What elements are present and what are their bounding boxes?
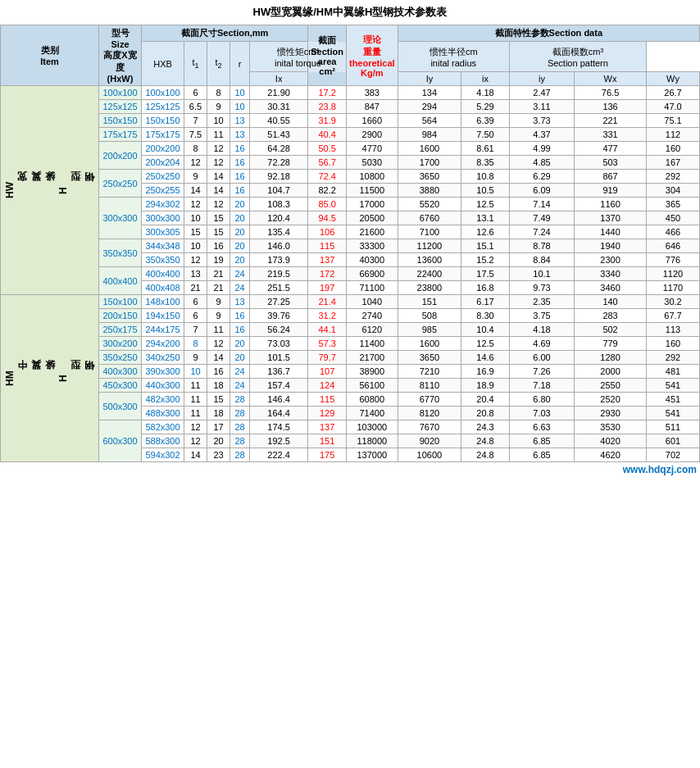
t1-cell: 12 [184,434,207,448]
t1-cell: 14 [184,184,207,198]
iy-cell: 10.1 [509,267,574,281]
area-cell: 157.4 [250,379,308,393]
t2-cell: 20 [207,434,230,448]
r-cell: 16 [230,309,250,323]
t1-cell: 15 [184,225,207,239]
r-cell: 20 [230,239,250,253]
Iy-cell: 508 [398,309,461,323]
Iy-cell: 10600 [398,448,461,462]
Wy-cell: 481 [646,365,699,379]
weight-header: 理论重量theoreticalKg/m [346,25,398,86]
category-cell: HW宽翼缘H型钢 [1,86,99,295]
Wx-cell: 3340 [575,267,647,281]
t1-cell: 12 [184,420,207,434]
size-group-label: 350x250 [99,351,142,365]
Iy-cell: 3880 [398,184,461,198]
Iy-cell: 23800 [398,281,461,295]
weight-cell: 79.7 [308,351,347,365]
hxb-cell: 582x300 [142,420,184,434]
weight-cell: 31.9 [308,114,347,128]
section-prop-header: 截面特性参数Section data [398,25,699,42]
ix-cell: 20.8 [461,407,510,420]
t2-cell: 12 [207,337,230,351]
t1-cell: 10 [184,239,207,253]
Wx-cell: 4020 [575,434,647,448]
weight-cell: 197 [308,281,347,295]
area-cell: 27.25 [250,295,308,309]
ix-cell: 6.39 [461,114,510,128]
weight-cell: 129 [308,407,347,420]
t2-cell: 9 [207,100,230,114]
hxb-cell: 294x200 [142,337,184,351]
Wx-cell: 477 [575,142,647,156]
hxb-cell: 588x300 [142,434,184,448]
r-cell: 20 [230,337,250,351]
t1-cell: 7 [184,114,207,128]
Wx-cell: 502 [575,323,647,337]
t1-cell: 6 [184,295,207,309]
Iy-cell: 22400 [398,267,461,281]
t2-cell: 18 [207,379,230,393]
area-cell: 251.5 [250,281,308,295]
Ix-cell: 20500 [346,211,398,225]
size-group-label: 150x150 [99,114,142,128]
t1-cell: 12 [184,156,207,170]
ix-cell: 8.30 [461,309,510,323]
Ix-cell: 17000 [346,198,398,211]
Wy-cell: 292 [646,170,699,184]
area-cell: 135.4 [250,225,308,239]
t2-cell: 15 [207,211,230,225]
iy-cell: 3.11 [509,100,574,114]
Wy-cell: 702 [646,448,699,462]
area-cell: 73.03 [250,337,308,351]
area-cell: 192.5 [250,434,308,448]
Iy-cell: 8110 [398,379,461,393]
Wy-cell: 365 [646,198,699,211]
Wx-cell: 1280 [575,351,647,365]
Iy-cell: 3650 [398,170,461,184]
area-cell: 174.5 [250,420,308,434]
size-group-label: 125x125 [99,100,142,114]
Wx-cell: 1940 [575,239,647,253]
area-cell: 120.4 [250,211,308,225]
ix-cell: 10.8 [461,170,510,184]
Ix-cell: 11500 [346,184,398,198]
Wy-cell: 541 [646,379,699,393]
area-cell: 164.4 [250,407,308,420]
ix-cell: 8.35 [461,156,510,170]
weight-cell: 115 [308,239,347,253]
Wy-cell: 511 [646,420,699,434]
Wx-cell: 2520 [575,393,647,407]
t2-cell: 9 [207,295,230,309]
hxb-cell: 148x100 [142,295,184,309]
hxb-cell: 125x125 [142,100,184,114]
weight-cell: 17.2 [308,86,347,100]
iy-cell: 6.29 [509,170,574,184]
t2-cell: 9 [207,309,230,323]
Wy-cell: 451 [646,393,699,407]
iy-cell: 8.84 [509,253,574,267]
Iy-cell: 11200 [398,239,461,253]
t1-cell: 11 [184,393,207,407]
ix-cell: 6.17 [461,295,510,309]
size-group-label: 200x150 [99,309,142,323]
area-cell: 72.28 [250,156,308,170]
t2-header: t2 [207,42,230,86]
ix-cell: 18.9 [461,379,510,393]
Wy-cell: 541 [646,407,699,420]
t2-cell: 12 [207,156,230,170]
area-cell: 21.90 [250,86,308,100]
ix-cell: 10.5 [461,184,510,198]
ix-cell: 15.2 [461,253,510,267]
Iy-cell: 6760 [398,211,461,225]
Wy-cell: 1170 [646,281,699,295]
Wx-cell: 919 [575,184,647,198]
hxb-cell: 390x300 [142,365,184,379]
Wy-cell: 601 [646,434,699,448]
Wy-cell: 160 [646,142,699,156]
r-cell: 10 [230,86,250,100]
iy-cell: 6.09 [509,184,574,198]
Ix-cell: 71400 [346,407,398,420]
hxb-cell: 244x175 [142,323,184,337]
r-cell: 28 [230,393,250,407]
